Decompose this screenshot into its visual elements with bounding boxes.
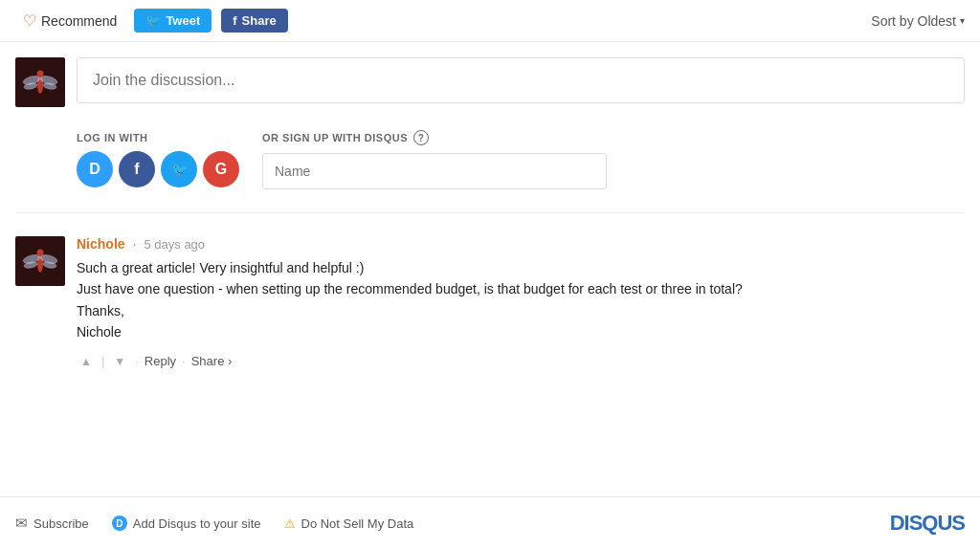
recommend-button[interactable]: ♡ Recommend [15, 8, 124, 33]
reply-button[interactable]: Reply [145, 354, 176, 368]
comment-line-4: Nichole [77, 324, 122, 340]
commenter-avatar [15, 236, 65, 286]
top-bar-left: ♡ Recommend 🐦 Tweet f Share [15, 8, 288, 33]
main-area: LOG IN WITH D f 🐦 G [0, 42, 980, 378]
name-input[interactable] [262, 153, 607, 189]
heart-icon: ♡ [23, 11, 36, 30]
social-icons-group: D f 🐦 G [77, 151, 239, 187]
comment-share-link[interactable]: Share › [191, 354, 233, 368]
auth-section: LOG IN WITH D f 🐦 G [15, 122, 965, 205]
vote-up-button[interactable]: ▲ [77, 353, 96, 370]
comment-line-2: Just have one question - when setting up… [77, 281, 743, 296]
join-input-wrapper [77, 57, 965, 103]
disqus-login-icon[interactable]: D [77, 151, 113, 187]
warning-icon: ⚠ [284, 516, 296, 531]
google-icon: G [215, 161, 227, 178]
svg-point-5 [37, 71, 44, 77]
facebook-icon: f [134, 161, 139, 178]
tweet-button[interactable]: 🐦 Tweet [134, 9, 212, 33]
meta-dot: · [133, 236, 137, 252]
join-section [15, 57, 965, 107]
help-icon[interactable]: ? [413, 130, 429, 145]
tweet-label: Tweet [166, 13, 200, 28]
subscribe-item[interactable]: ✉ Subscribe [15, 515, 89, 532]
facebook-f-icon: f [233, 13, 236, 28]
twitter-bird-icon: 🐦 [145, 13, 161, 28]
vote-down-button[interactable]: ▼ [110, 353, 129, 370]
share-label: Share [242, 13, 277, 28]
action-dot-2: · [182, 354, 186, 368]
disqus-widget: ♡ Recommend 🐦 Tweet f Share Sort by Olde… [0, 0, 980, 549]
or-signup-label: OR SIGN UP WITH DISQUS ? [262, 130, 607, 145]
comment-body: Nichole · 5 days ago Such a great articl… [77, 236, 965, 370]
disqus-brand-logo: DISQUS [890, 511, 965, 536]
disqus-d-icon: D [89, 161, 100, 178]
comment-author[interactable]: Nichole [77, 236, 125, 252]
facebook-login-icon[interactable]: f [119, 151, 155, 187]
comment-line-1: Such a great article! Very insightful an… [77, 260, 364, 275]
share-button[interactable]: f Share [221, 9, 287, 33]
envelope-icon: ✉ [15, 515, 28, 532]
twitter-icon: 🐦 [171, 162, 188, 177]
footer: ✉ Subscribe D Add Disqus to your site ⚠ … [0, 496, 980, 549]
sort-by-label: Sort by Oldest [871, 13, 956, 29]
comment-item: Nichole · 5 days ago Such a great articl… [15, 229, 965, 378]
comment-text: Such a great article! Very insightful an… [77, 257, 965, 343]
user-avatar [15, 57, 65, 107]
svg-point-11 [37, 250, 44, 256]
subscribe-label: Subscribe [33, 516, 89, 531]
comment-actions: ▲ | ▼ · Reply · Share › [77, 353, 965, 370]
disqus-circle-icon: D [112, 516, 127, 531]
chevron-down-icon: ▾ [960, 15, 965, 26]
add-disqus-item[interactable]: D Add Disqus to your site [112, 516, 261, 531]
comment-meta: Nichole · 5 days ago [77, 236, 965, 252]
section-divider [15, 212, 965, 213]
google-login-icon[interactable]: G [203, 151, 239, 187]
action-dot: · [135, 354, 139, 368]
log-in-label: LOG IN WITH [77, 132, 239, 143]
comment-line-3: Thanks, [77, 303, 124, 318]
top-bar: ♡ Recommend 🐦 Tweet f Share Sort by Olde… [0, 0, 980, 42]
or-signup-section: OR SIGN UP WITH DISQUS ? [262, 130, 607, 189]
do-not-sell-label: Do Not Sell My Data [301, 516, 414, 531]
add-disqus-label: Add Disqus to your site [133, 516, 261, 531]
twitter-login-icon[interactable]: 🐦 [161, 151, 197, 187]
action-separator: | [101, 354, 104, 368]
do-not-sell-item[interactable]: ⚠ Do Not Sell My Data [284, 516, 414, 531]
comment-time: 5 days ago [144, 237, 205, 252]
sort-by-dropdown[interactable]: Sort by Oldest ▾ [871, 13, 965, 29]
login-with-section: LOG IN WITH D f 🐦 G [77, 132, 239, 187]
recommend-label: Recommend [41, 13, 117, 29]
join-discussion-input[interactable] [77, 57, 965, 103]
